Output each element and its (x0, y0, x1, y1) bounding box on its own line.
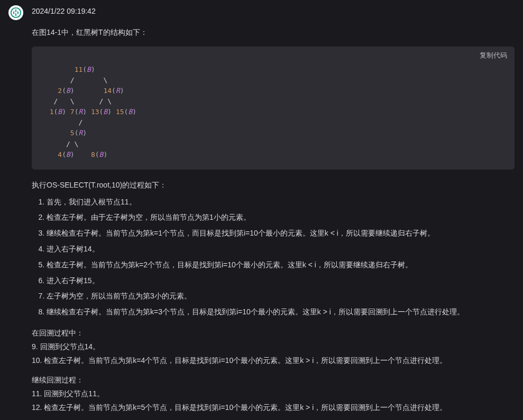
tree-diagram: 11(B) / \ 2(B) 14(R) / \ / \ 1(B) 7(R) 1… (41, 64, 505, 160)
list-item: 继续检查右子树。当前节点为第k=1个节点，而目标是找到第i=10个最小的元素。这… (47, 227, 515, 240)
code-block: 复制代码 11(B) / \ 2(B) 14(R) / \ / \ 1(B) 7… (32, 46, 515, 170)
step-11: 11. 回溯到父节点11。 (32, 388, 515, 400)
list-item: 左子树为空，所以当前节点为第3小的元素。 (47, 290, 515, 303)
list-item: 检查左子树。当前节点为第k=2个节点，目标是找到第i=10个最小的元素。这里k … (47, 259, 515, 272)
steps-list: 首先，我们进入根节点11。 检查左子树。由于左子树为空，所以当前节点为第1小的元… (32, 196, 515, 319)
exec-title: 执行OS-SELECT(T.root,10)的过程如下： (32, 179, 515, 192)
list-item: 检查左子树。由于左子树为空，所以当前节点为第1小的元素。 (47, 211, 515, 224)
backtrack2-title: 继续回溯过程： (32, 374, 515, 387)
list-item: 首先，我们进入根节点11。 (47, 196, 515, 209)
assistant-avatar (8, 5, 23, 20)
intro-text: 在图14-1中，红黑树T的结构如下： (32, 26, 515, 39)
assistant-avatar-icon (10, 7, 22, 18)
step-9: 9. 回溯到父节点14。 (32, 341, 515, 353)
step-10: 10. 检查左子树。当前节点为第k=4个节点，目标是找到第i=10个最小的元素。… (32, 354, 515, 367)
backtrack1-title: 在回溯过程中： (32, 327, 515, 340)
copy-code-button[interactable]: 复制代码 (480, 51, 507, 60)
list-item: 进入右子树14。 (47, 243, 515, 256)
message-content: 2024/1/22 09:19:42 在图14-1中，红黑树T的结构如下： 复制… (32, 5, 515, 415)
message-timestamp: 2024/1/22 09:19:42 (32, 5, 515, 18)
assistant-message: 2024/1/22 09:19:42 在图14-1中，红黑树T的结构如下： 复制… (0, 0, 523, 415)
list-item: 继续检查右子树。当前节点为第k=3个节点，目标是找到第i=10个最小的元素。这里… (47, 306, 515, 319)
list-item: 进入右子树15。 (47, 275, 515, 287)
step-12: 12. 检查左子树。当前节点为第k=5个节点，目标是找到第i=10个最小的元素。… (32, 402, 515, 414)
